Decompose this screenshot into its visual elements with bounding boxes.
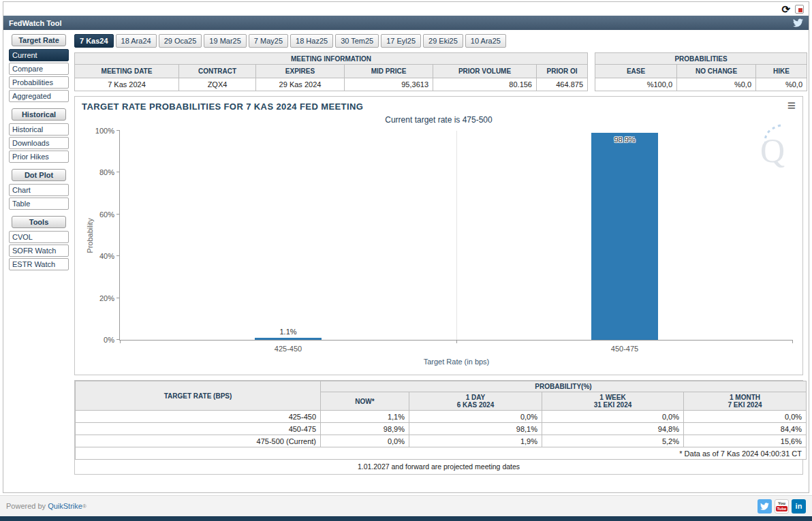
col-no-change: NO CHANGE: [677, 65, 756, 78]
rate-cell: 450-475: [76, 423, 321, 435]
browser-action-strip: ⟳: [3, 2, 809, 16]
tab-19mar25[interactable]: 19 Mar25: [204, 34, 246, 48]
y-axis-label-20: 20%: [84, 294, 114, 302]
expires-value: 29 Kas 2024: [256, 78, 345, 91]
rate-cell: 475-500 (Current): [76, 435, 321, 447]
sidebar-item-historical[interactable]: Historical: [9, 123, 69, 136]
sidebar-item-aggregated[interactable]: Aggregated: [9, 90, 69, 102]
data-as-of-note: * Data as of 7 Kas 2024 04:00:31 CT: [76, 447, 807, 460]
now-cell: 0,0%: [321, 435, 409, 447]
col-now: NOW*: [321, 392, 409, 411]
tab-18haz25[interactable]: 18 Haz25: [290, 34, 333, 48]
sidebar-item-estr-watch[interactable]: ESTR Watch: [9, 258, 69, 270]
tab-29eki25[interactable]: 29 Eki25: [423, 34, 463, 48]
tab-7kas24[interactable]: 7 Kas24: [74, 34, 114, 48]
sidebar-item-sofr-watch[interactable]: SOFR Watch: [9, 244, 69, 257]
col-hike: HIKE: [756, 65, 807, 78]
tab-17eyl25[interactable]: 17 Eyl25: [381, 34, 421, 48]
col-1-week: 1 WEEK31 EKI 2024: [542, 392, 684, 411]
sidebar-header-tools[interactable]: Tools: [12, 216, 66, 228]
col-ease: EASE: [595, 65, 677, 78]
probabilities-title: PROBABILITIES: [595, 53, 807, 65]
youtube-icon[interactable]: You Tube: [775, 499, 789, 514]
probability-table: TARGET RATE (BPS) PROBABILITY(%) NOW* 1 …: [75, 381, 807, 460]
registered-mark: ®: [82, 503, 87, 509]
x-tick: [120, 340, 121, 343]
y-tick: [116, 255, 120, 256]
app-title: FedWatch Tool: [9, 19, 62, 27]
sidebar-section-tools: Tools CVOL SOFR Watch ESTR Watch: [9, 216, 69, 270]
projection-note: 1.01.2027 and forward are projected meet…: [75, 460, 802, 474]
twitter-icon[interactable]: [793, 18, 803, 27]
y-axis-label-100: 100%: [84, 127, 114, 135]
chart-bar-450-475[interactable]: [591, 133, 659, 340]
sidebar-item-cvol[interactable]: CVOL: [9, 231, 69, 243]
y-tick: [116, 298, 120, 298]
meeting-date-value: 7 Kas 2024: [75, 78, 179, 91]
chart-plot-area: 0% 20% 40% 60% 80% 100% 1.1% 98.9% 425-4…: [119, 131, 793, 341]
twitter-icon[interactable]: [758, 499, 772, 514]
sidebar-header-historical[interactable]: Historical: [12, 108, 66, 121]
sidebar-item-current[interactable]: Current: [9, 49, 69, 61]
table-row: 425-450 1,1% 0,0% 0,0% 0,0%: [76, 411, 807, 423]
sidebar-header-dot-plot[interactable]: Dot Plot: [12, 169, 66, 181]
day-cell: 1,9%: [409, 435, 542, 447]
y-axis-label-40: 40%: [84, 252, 114, 260]
day-cell: 98,1%: [409, 423, 542, 435]
tab-18ara24[interactable]: 18 Ara24: [116, 34, 157, 48]
y-tick: [116, 214, 120, 215]
category-label-450-475: 450-475: [557, 345, 692, 353]
chart-bar-425-450[interactable]: [255, 338, 322, 340]
bar-label-425-450: 1.1%: [255, 328, 322, 336]
sidebar-item-probabilities[interactable]: Probabilities: [9, 76, 69, 89]
sidebar-item-chart[interactable]: Chart: [9, 184, 69, 196]
tab-29oca25[interactable]: 29 Oca25: [159, 34, 202, 48]
col-mid-price: MID PRICE: [345, 65, 433, 78]
week-cell: 0,0%: [542, 411, 684, 423]
rate-cell: 425-450: [76, 411, 321, 423]
linkedin-icon[interactable]: in: [792, 499, 806, 514]
y-axis-label-0: 0%: [84, 336, 114, 344]
meeting-tabs: 7 Kas24 18 Ara24 29 Oca25 19 Mar25 7 May…: [74, 34, 803, 48]
y-axis-title: Probability: [86, 218, 94, 253]
footnote-row: * Data as of 7 Kas 2024 04:00:31 CT: [76, 447, 807, 460]
tab-30tem25[interactable]: 30 Tem25: [335, 34, 379, 48]
main-panel: 7 Kas24 18 Ara24 29 Oca25 19 Mar25 7 May…: [74, 34, 803, 475]
col-contract: CONTRACT: [179, 65, 256, 78]
y-axis-label-60: 60%: [84, 210, 114, 219]
month-cell: 0,0%: [684, 411, 807, 423]
col-prior-oi: PRIOR OI: [537, 65, 588, 78]
tab-10ara25[interactable]: 10 Ara25: [465, 34, 506, 48]
week-cell: 5,2%: [542, 435, 684, 447]
meeting-info-title: MEETING INFORMATION: [75, 53, 588, 65]
chart-panel: TARGET RATE PROBABILITIES FOR 7 KAS 2024…: [74, 96, 803, 375]
bottom-accent-bar: [0, 516, 812, 521]
sidebar-section-dot-plot: Dot Plot Chart Table: [9, 169, 69, 210]
hike-value: %0,0: [756, 78, 807, 91]
sidebar-item-compare[interactable]: Compare: [9, 63, 69, 75]
notification-icon[interactable]: [795, 5, 804, 14]
col-prior-volume: PRIOR VOLUME: [433, 65, 537, 78]
sidebar-header-target-rate[interactable]: Target Rate: [12, 34, 66, 46]
sidebar-item-prior-hikes[interactable]: Prior Hikes: [9, 151, 69, 163]
chart-title: TARGET RATE PROBABILITIES FOR 7 KAS 2024…: [82, 101, 363, 112]
month-cell: 84,4%: [684, 423, 807, 435]
chart-menu-icon[interactable]: ≡: [787, 99, 796, 112]
social-icons: You Tube in: [758, 499, 806, 514]
col-meeting-date: MEETING DATE: [75, 65, 179, 78]
quikstrike-link[interactable]: QuikStrike: [48, 502, 82, 510]
sidebar-section-historical: Historical Historical Downloads Prior Hi…: [9, 108, 69, 163]
ease-value: %100,0: [595, 78, 677, 91]
sidebar-item-downloads[interactable]: Downloads: [9, 137, 69, 149]
col-1-month: 1 MONTH7 EKI 2024: [684, 392, 807, 411]
sidebar-item-table[interactable]: Table: [9, 198, 69, 210]
tab-7may25[interactable]: 7 May25: [249, 34, 288, 48]
y-axis-label-80: 80%: [84, 168, 114, 176]
main-content: Target Rate Current Compare Probabilitie…: [3, 30, 809, 475]
table-row: 475-500 (Current) 0,0% 1,9% 5,2% 15,6%: [76, 435, 807, 447]
probabilities-values: %100,0 %0,0 %0,0: [595, 78, 807, 91]
no-change-value: %0,0: [677, 78, 756, 91]
prior-oi-value: 464.875: [537, 78, 588, 91]
refresh-icon[interactable]: ⟳: [781, 4, 790, 14]
info-tables-row: MEETING INFORMATION MEETING DATE CONTRAC…: [74, 52, 803, 91]
